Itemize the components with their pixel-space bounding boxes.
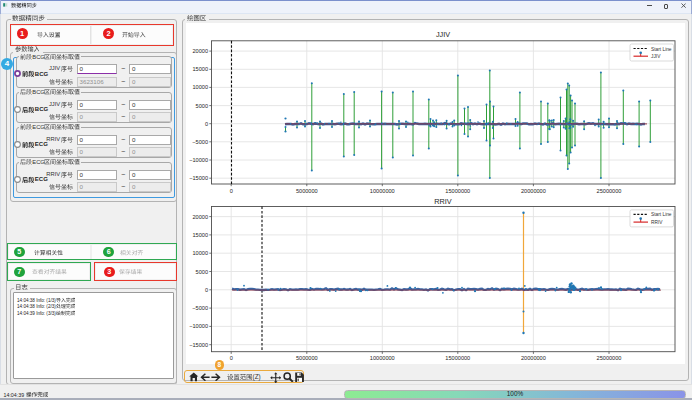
svg-text:20000000: 20000000 <box>521 355 546 361</box>
svg-text:0: 0 <box>230 187 233 193</box>
svg-text:0: 0 <box>205 120 208 126</box>
svg-text:−15000: −15000 <box>189 341 208 347</box>
svg-text:JJIV: JJIV <box>436 30 450 39</box>
svg-text:25000000: 25000000 <box>597 355 622 361</box>
svg-text:Start Line: Start Line <box>651 212 672 217</box>
svg-text:15000000: 15000000 <box>445 355 470 361</box>
svg-text:0: 0 <box>205 286 208 292</box>
svg-text:−10000: −10000 <box>189 157 208 163</box>
svg-text:10000: 10000 <box>192 84 208 90</box>
svg-text:RRIV: RRIV <box>651 220 663 225</box>
svg-text:−5000: −5000 <box>192 138 208 144</box>
svg-text:20000000: 20000000 <box>521 187 546 193</box>
svg-text:15000: 15000 <box>192 231 208 237</box>
svg-text:15000: 15000 <box>192 66 208 72</box>
svg-text:20000: 20000 <box>192 48 208 54</box>
svg-text:10000000: 10000000 <box>370 187 395 193</box>
svg-text:10000000: 10000000 <box>370 355 395 361</box>
svg-text:20000: 20000 <box>192 213 208 219</box>
svg-text:5000000: 5000000 <box>296 187 318 193</box>
svg-text:−10000: −10000 <box>189 323 208 329</box>
svg-text:RRIV: RRIV <box>434 196 452 205</box>
svg-text:5000: 5000 <box>196 102 208 108</box>
svg-text:5000: 5000 <box>196 268 208 274</box>
svg-text:5000000: 5000000 <box>296 355 318 361</box>
svg-text:Start Line: Start Line <box>651 46 672 51</box>
svg-text:0: 0 <box>230 355 233 361</box>
svg-text:15000000: 15000000 <box>445 187 470 193</box>
svg-text:−5000: −5000 <box>192 305 208 311</box>
svg-text:25000000: 25000000 <box>597 187 622 193</box>
svg-text:−15000: −15000 <box>189 175 208 181</box>
svg-text:JJIV: JJIV <box>651 54 661 59</box>
svg-text:10000: 10000 <box>192 250 208 256</box>
